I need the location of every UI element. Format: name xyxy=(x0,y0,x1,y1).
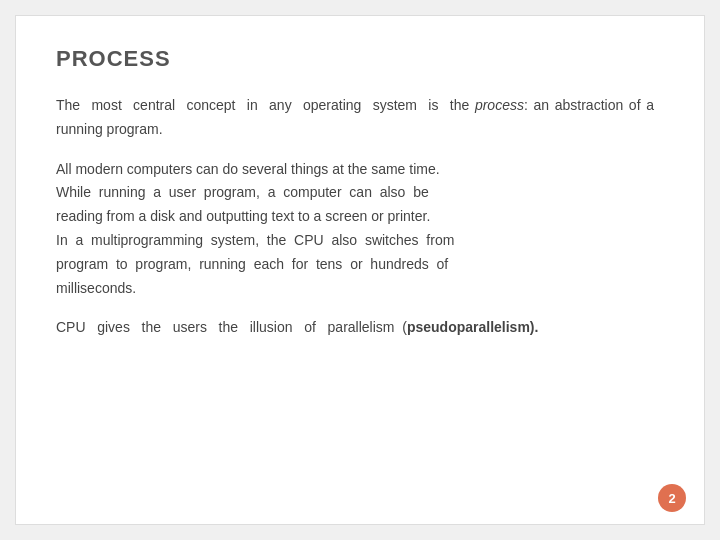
slide-number: 2 xyxy=(658,484,686,512)
slide-container: PROCESS The most central concept in any … xyxy=(15,15,705,525)
p1-text-normal: The most central concept in any operatin… xyxy=(56,97,475,113)
p1-text-italic: process xyxy=(475,97,524,113)
paragraph-2: All modern computers can do several thin… xyxy=(56,158,654,301)
p2-text: All modern computers can do several thin… xyxy=(56,161,454,296)
paragraph-3: CPU gives the users the illusion of para… xyxy=(56,316,654,340)
p3-text-bold: pseudoparallelism). xyxy=(407,319,538,335)
p3-text-before-bold: CPU gives the users the illusion of para… xyxy=(56,319,407,335)
slide-body: The most central concept in any operatin… xyxy=(56,94,654,494)
paragraph-1: The most central concept in any operatin… xyxy=(56,94,654,142)
slide-title: PROCESS xyxy=(56,46,654,72)
